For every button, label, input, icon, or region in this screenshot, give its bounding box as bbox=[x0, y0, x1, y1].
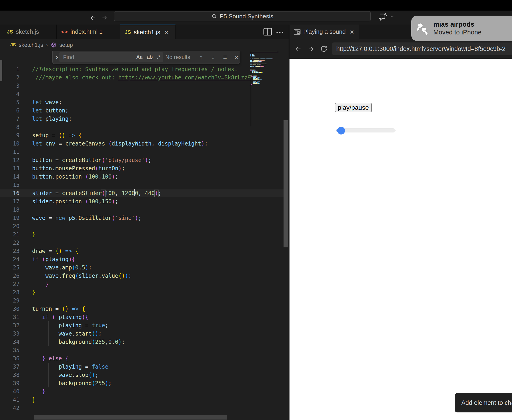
code-text: let button; bbox=[32, 106, 69, 115]
line-number: 12 bbox=[0, 156, 20, 164]
regex-icon[interactable]: .* bbox=[157, 54, 160, 60]
frequency-slider[interactable] bbox=[336, 128, 395, 132]
code-line-10[interactable]: 10let cnv = createCanvas (displayWidth, … bbox=[0, 140, 284, 148]
code-line-27[interactable]: 27 } bbox=[0, 280, 284, 288]
code-line-16[interactable]: 16slider = createSlider(100, 12000, 440)… bbox=[0, 189, 284, 197]
split-editor-button[interactable] bbox=[263, 28, 272, 37]
code-line-6[interactable]: 6let button; bbox=[0, 106, 284, 115]
code-line-7[interactable]: 7let playing; bbox=[0, 115, 284, 123]
airpods-icon bbox=[411, 21, 433, 35]
browser-reload-button[interactable] bbox=[318, 42, 330, 55]
code-lines[interactable]: 1//*description: Synthesize sound and pl… bbox=[0, 65, 284, 412]
code-line-38[interactable]: 38 wave.stop(); bbox=[0, 371, 284, 379]
line-number: 23 bbox=[0, 247, 20, 255]
command-center-search[interactable]: P5 Sound Synthesis bbox=[114, 11, 371, 21]
code-line-28[interactable]: 28} bbox=[0, 288, 284, 297]
code-line-18[interactable]: 18 bbox=[0, 206, 284, 214]
code-line-14[interactable]: 14button.position (100,100); bbox=[0, 172, 284, 181]
code-line-37[interactable]: 37 playing = false bbox=[0, 363, 284, 371]
tab-label: index.html 1 bbox=[70, 28, 103, 35]
breadcrumb-file[interactable]: sketch1.js bbox=[19, 42, 43, 48]
code-line-9[interactable]: 9setup = () => { bbox=[0, 131, 284, 140]
browser-back-button[interactable] bbox=[292, 42, 305, 55]
code-line-19[interactable]: 19wave = new p5.Oscillator('sine'); bbox=[0, 214, 284, 222]
history-forward-button[interactable] bbox=[100, 13, 109, 22]
code-line-24[interactable]: 24if (playing){ bbox=[0, 255, 284, 263]
horizontal-scrollbar[interactable] bbox=[34, 415, 227, 420]
code-line-32[interactable]: 32 playing = true; bbox=[0, 321, 284, 330]
code-text: ///maybe also check out: https://www.you… bbox=[32, 74, 251, 82]
close-icon[interactable]: × bbox=[164, 29, 169, 36]
line-number: 5 bbox=[0, 98, 20, 106]
close-find-button[interactable]: × bbox=[232, 51, 241, 64]
code-line-2[interactable]: 2 ///maybe also check out: https://www.y… bbox=[0, 74, 284, 82]
find-in-selection-button[interactable]: ≡ bbox=[220, 51, 230, 64]
slider-thumb[interactable] bbox=[337, 127, 345, 135]
code-line-20[interactable]: 20 bbox=[0, 222, 284, 230]
code-line-41[interactable]: 41} bbox=[0, 396, 284, 404]
code-line-39[interactable]: 39 background(255); bbox=[0, 379, 284, 387]
code-line-36[interactable]: 36 } else { bbox=[0, 354, 284, 363]
code-line-31[interactable]: 31 if (!playing){ bbox=[0, 313, 284, 321]
browser-forward-button[interactable] bbox=[305, 42, 318, 55]
code-text: let playing; bbox=[32, 115, 72, 123]
code-line-42[interactable]: 42 bbox=[0, 404, 284, 412]
code-text: } else { bbox=[32, 354, 69, 363]
code-line-3[interactable]: 3 bbox=[0, 82, 284, 90]
code-line-13[interactable]: 13button.mousePressed(turnOn); bbox=[0, 164, 284, 172]
line-number: 34 bbox=[0, 338, 20, 346]
history-back-button[interactable] bbox=[88, 13, 97, 22]
add-element-to-chat-button[interactable]: Add element to chat bbox=[455, 393, 512, 412]
url-bar[interactable]: http://127.0.0.1:3000/index.html?serverW… bbox=[332, 42, 512, 55]
next-match-button[interactable]: ↓ bbox=[208, 51, 218, 64]
tab-label: sketch.js bbox=[16, 28, 39, 35]
line-number: 31 bbox=[0, 313, 20, 321]
more-actions-button[interactable] bbox=[276, 30, 284, 35]
code-line-29[interactable]: 29 bbox=[0, 297, 284, 305]
code-line-26[interactable]: 26 wave.freq(slider.value()); bbox=[0, 272, 284, 280]
minimap[interactable] bbox=[250, 51, 283, 127]
code-line-40[interactable]: 40 } bbox=[0, 387, 284, 396]
find-input[interactable]: Find Aa ab .* bbox=[59, 52, 163, 62]
close-icon[interactable]: × bbox=[350, 29, 354, 35]
line-number: 40 bbox=[0, 387, 20, 396]
javascript-file-icon: JS bbox=[10, 42, 16, 47]
code-editor[interactable]: 1//*description: Synthesize sound and pl… bbox=[0, 51, 289, 420]
code-line-35[interactable]: 35 bbox=[0, 346, 284, 354]
code-line-5[interactable]: 5let wave; bbox=[0, 98, 284, 106]
code-line-4[interactable]: 4 bbox=[0, 90, 284, 98]
code-line-34[interactable]: 34 background(255,0,0); bbox=[0, 338, 284, 346]
code-line-25[interactable]: 25 wave.amp(0.5); bbox=[0, 263, 284, 272]
code-line-30[interactable]: 30turnOn = () => { bbox=[0, 305, 284, 313]
breadcrumb-symbol[interactable]: setup bbox=[59, 42, 73, 48]
find-expand-chevron[interactable]: › bbox=[54, 51, 60, 64]
code-line-11[interactable]: 11 bbox=[0, 148, 284, 156]
line-number: 17 bbox=[0, 197, 20, 206]
previous-match-button[interactable]: ↑ bbox=[197, 51, 206, 64]
airpods-notification[interactable]: mias airpods Moved to iPhone bbox=[411, 16, 512, 41]
code-line-23[interactable]: 23draw = () => { bbox=[0, 247, 284, 255]
simple-browser-icon bbox=[294, 29, 301, 35]
line-number: 25 bbox=[0, 263, 20, 272]
notification-title: mias airpods bbox=[433, 20, 482, 29]
code-text: } bbox=[32, 280, 49, 288]
code-line-17[interactable]: 17slider.position (100,150); bbox=[0, 197, 284, 206]
tab-index-html[interactable]: <> index.html 1 bbox=[57, 25, 120, 39]
match-case-icon[interactable]: Aa bbox=[136, 54, 143, 60]
tab-playing-a-sound[interactable]: Playing a sound × bbox=[289, 25, 359, 39]
code-line-15[interactable]: 15 bbox=[0, 181, 284, 189]
code-line-8[interactable]: 8 bbox=[0, 123, 284, 131]
code-text: if (playing){ bbox=[32, 255, 75, 263]
tab-sketch-js[interactable]: JS sketch.js bbox=[2, 25, 57, 39]
code-text: wave = new p5.Oscillator('sine'); bbox=[32, 214, 141, 222]
tab-sketch1-js[interactable]: JS sketch1.js × bbox=[120, 25, 176, 39]
vertical-scrollbar[interactable] bbox=[283, 120, 288, 248]
copilot-chat-button[interactable] bbox=[378, 12, 394, 22]
whole-word-icon[interactable]: ab bbox=[147, 54, 153, 60]
code-line-21[interactable]: 21} bbox=[0, 230, 284, 239]
code-line-12[interactable]: 12button = createButton('play/pause'); bbox=[0, 156, 284, 164]
code-line-33[interactable]: 33 wave.start(); bbox=[0, 330, 284, 338]
code-line-1[interactable]: 1//*description: Synthesize sound and pl… bbox=[0, 65, 284, 74]
play-pause-button[interactable]: play/pause bbox=[335, 103, 372, 112]
code-line-22[interactable]: 22 bbox=[0, 239, 284, 247]
